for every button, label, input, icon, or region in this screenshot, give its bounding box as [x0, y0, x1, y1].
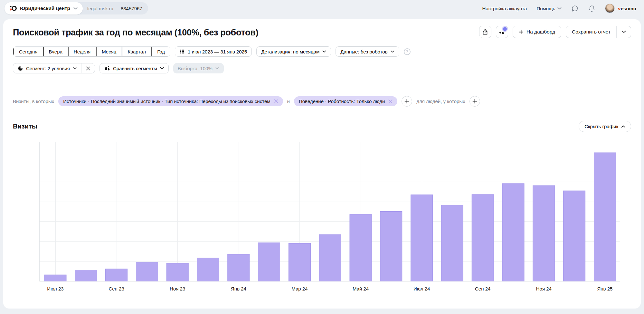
sampling-dropdown[interactable]: Выборка: 100%: [173, 63, 224, 73]
add-people-condition-button[interactable]: [469, 96, 480, 107]
chart-canvas: Июл 23Сен 23Ноя 23Янв 24Мар 24Май 24Июл …: [39, 142, 620, 294]
segment-control-group: Сегмент: 2 условия: [13, 63, 95, 73]
counter-domain: legal.msk.ru: [87, 6, 113, 11]
ai-insights-button[interactable]: [496, 26, 508, 38]
x-tick-label: Янв 24: [231, 286, 246, 291]
bar-Фев 24[interactable]: [258, 243, 280, 281]
compare-segments-value: Сравнить сегменты: [113, 66, 157, 71]
counter-id: 83457967: [121, 6, 142, 11]
chip-close-icon[interactable]: [388, 99, 393, 103]
date-range-button[interactable]: 1 июл 2023 — 31 янв 2025: [175, 46, 252, 57]
counter-select[interactable]: Юридический центр: [5, 2, 83, 14]
x-tick-label: Июл 23: [47, 286, 63, 291]
x-tick-label: Янв 25: [597, 286, 612, 291]
metric-section-header: Визиты Скрыть график: [13, 121, 631, 132]
chevron-down-icon: [391, 50, 394, 53]
chevron-down-icon: [73, 67, 77, 70]
bar-Апр 24[interactable]: [319, 234, 341, 281]
segment-clear-button[interactable]: [81, 63, 95, 73]
chevron-down-icon: [322, 50, 326, 53]
save-report-button[interactable]: Сохранить отчет: [566, 26, 617, 38]
detailing-value: Детализация: по месяцам: [261, 49, 319, 54]
report-actions: На дашборд Сохранить отчет: [479, 26, 631, 38]
bar-Сен 24[interactable]: [472, 195, 494, 281]
compare-segments-dropdown[interactable]: Сравнить сегменты: [99, 63, 169, 73]
period-tab-5[interactable]: Год: [151, 47, 170, 56]
period-tab-3[interactable]: Месяц: [96, 47, 122, 56]
bar-Авг 24[interactable]: [441, 205, 463, 281]
account-settings-link[interactable]: Настройка аккаунта: [482, 6, 527, 11]
bar-Июл 24[interactable]: [411, 195, 433, 281]
bar-Дек 23[interactable]: [197, 258, 219, 281]
bar-Май 24[interactable]: [350, 214, 372, 281]
filters-row-1: СегодняВчераНеделяМесяцКварталГод 1 июл …: [13, 46, 631, 57]
bar-Янв 24[interactable]: [228, 254, 250, 281]
plus-icon: [404, 99, 409, 104]
dashboard-label: На дашборд: [526, 29, 555, 35]
avatar: [605, 4, 615, 13]
bar-Ноя 24[interactable]: [533, 186, 555, 281]
chat-icon[interactable]: [571, 5, 579, 12]
filters-row-2: Сегмент: 2 условия Сравнить сегменты: [13, 63, 631, 73]
user-menu[interactable]: vesninu: [605, 4, 636, 13]
bar-Июн 24[interactable]: [380, 212, 402, 281]
title-row: Поисковой трафик за год по месяцам (100%…: [13, 25, 631, 38]
x-tick-label: Май 24: [353, 286, 369, 291]
chevron-down-icon: [160, 67, 164, 70]
chip-label: Поведение · Роботность: Только люди: [299, 99, 385, 104]
metric-title: Визиты: [13, 123, 37, 130]
x-tick-label: Ноя 23: [170, 286, 185, 291]
period-tab-1[interactable]: Вчера: [43, 47, 68, 56]
export-button[interactable]: [479, 26, 491, 38]
metrika-logo-icon: [10, 5, 17, 12]
chip-close-icon[interactable]: [274, 99, 278, 103]
period-tab-4[interactable]: Квартал: [122, 47, 151, 56]
bar-Окт 23[interactable]: [136, 262, 158, 281]
bar-Мар 24[interactable]: [289, 243, 310, 281]
x-tick-label: Сен 23: [109, 286, 124, 291]
add-condition-button[interactable]: [402, 96, 412, 107]
chevron-down-icon: [557, 7, 562, 10]
bar-Окт 24[interactable]: [502, 184, 524, 281]
help-question-icon[interactable]: ?: [404, 48, 411, 55]
segment-dropdown[interactable]: Сегмент: 2 условия: [13, 63, 81, 73]
chevron-down-icon: [622, 31, 626, 33]
x-tick-label: Июл 24: [413, 286, 430, 291]
save-report-dropdown[interactable]: [616, 26, 631, 38]
help-menu[interactable]: Помощь: [536, 6, 562, 11]
plus-icon: [519, 30, 524, 34]
bar-Ноя 23[interactable]: [166, 263, 188, 281]
close-icon: [86, 66, 90, 71]
separator-dot: ·: [116, 6, 118, 11]
pie-chart-icon: [18, 66, 23, 71]
top-navigation: Настройка аккаунта Помощь vesninu: [482, 4, 636, 13]
data-mode-value: Данные: без роботов: [340, 49, 387, 54]
report-card: Поисковой трафик за год по месяцам (100%…: [3, 19, 641, 309]
droplets-icon: [104, 66, 110, 71]
for-people-label: для людей, у которых: [416, 99, 465, 104]
chevron-down-icon: [215, 67, 219, 70]
detailing-dropdown[interactable]: Детализация: по месяцам: [256, 46, 331, 57]
period-tab-0[interactable]: Сегодня: [13, 47, 43, 56]
and-label: и: [287, 99, 290, 104]
help-label: Помощь: [536, 6, 555, 11]
visits-in-which-label: Визиты, в которых: [13, 99, 54, 104]
bar-Июл 23[interactable]: [44, 275, 66, 281]
add-to-dashboard-button[interactable]: На дашборд: [513, 26, 561, 38]
bar-Сен 23[interactable]: [106, 269, 128, 281]
bar-Янв 25[interactable]: [594, 153, 616, 281]
x-tick-label: Сен 24: [475, 286, 490, 291]
period-tab-2[interactable]: Неделя: [68, 47, 96, 56]
topbar: Юридический центр legal.msk.ru · 8345796…: [0, 0, 644, 17]
bar-Дек 24[interactable]: [564, 191, 585, 281]
bell-icon[interactable]: [588, 5, 595, 12]
counter-meta[interactable]: legal.msk.ru · 83457967: [83, 6, 148, 11]
share-icon: [482, 29, 488, 35]
chevron-up-icon: [621, 125, 625, 128]
data-mode-dropdown[interactable]: Данные: без роботов: [336, 46, 399, 57]
bar-Авг 23[interactable]: [75, 270, 97, 281]
segment-chip-sources[interactable]: Источники · Последний значимый источник …: [58, 96, 283, 106]
segment-chip-robots[interactable]: Поведение · Роботность: Только люди: [294, 96, 397, 106]
save-report-split-button: Сохранить отчет: [566, 26, 631, 38]
hide-chart-button[interactable]: Скрыть график: [579, 121, 631, 132]
